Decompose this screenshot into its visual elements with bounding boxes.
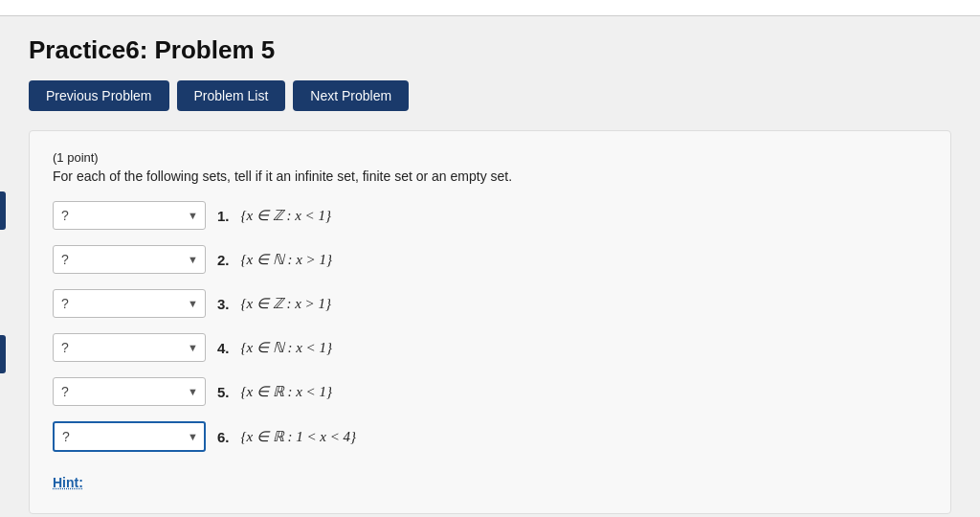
question-math-2: {x ∈ ℕ : x > 1} — [241, 251, 332, 268]
next-problem-button[interactable]: Next Problem — [293, 80, 409, 111]
question-math-6: {x ∈ ℝ : 1 < x < 4} — [241, 428, 357, 445]
dropdown-wrapper-5: ? infinite set finite set empty set ▼ — [53, 377, 206, 406]
dropdown-wrapper-2: ? infinite set finite set empty set ▼ — [53, 245, 206, 274]
dropdown-wrapper-6: ? infinite set finite set empty set ▼ — [53, 421, 206, 452]
question-row-4: ? infinite set finite set empty set ▼ 4.… — [53, 333, 927, 362]
dropdown-5[interactable]: ? infinite set finite set empty set — [53, 377, 206, 406]
question-label-1: 1. — [217, 208, 230, 224]
problem-box: (1 point) For each of the following sets… — [29, 130, 951, 514]
top-bar — [0, 0, 980, 16]
dropdown-6[interactable]: ? infinite set finite set empty set — [53, 421, 206, 452]
question-math-4: {x ∈ ℕ : x < 1} — [241, 339, 332, 356]
dropdown-wrapper-1: ? infinite set finite set empty set ▼ — [53, 201, 206, 230]
question-row-2: ? infinite set finite set empty set ▼ 2.… — [53, 245, 927, 274]
hint-link[interactable]: Hint: — [53, 475, 83, 490]
question-label-6: 6. — [217, 429, 230, 445]
dropdown-1[interactable]: ? infinite set finite set empty set — [53, 201, 206, 230]
problem-points: (1 point) — [53, 150, 927, 165]
prev-problem-button[interactable]: Previous Problem — [29, 80, 169, 111]
question-math-1: {x ∈ ℤ : x < 1} — [241, 207, 331, 224]
page-title: Practice6: Problem 5 — [29, 35, 951, 65]
question-label-5: 5. — [217, 384, 230, 400]
page-container: Practice6: Problem 5 Previous Problem Pr… — [0, 16, 980, 517]
question-row-3: ? infinite set finite set empty set ▼ 3.… — [53, 289, 927, 318]
question-label-2: 2. — [217, 252, 230, 268]
question-row-1: ? infinite set finite set empty set ▼ 1.… — [53, 201, 927, 230]
problem-list-button[interactable]: Problem List — [177, 80, 286, 111]
dropdown-2[interactable]: ? infinite set finite set empty set — [53, 245, 206, 274]
nav-buttons: Previous Problem Problem List Next Probl… — [29, 80, 951, 111]
question-label-4: 4. — [217, 340, 230, 356]
left-tab-1 — [0, 191, 6, 230]
problem-instruction: For each of the following sets, tell if … — [53, 169, 927, 184]
dropdown-3[interactable]: ? infinite set finite set empty set — [53, 289, 206, 318]
dropdown-wrapper-4: ? infinite set finite set empty set ▼ — [53, 333, 206, 362]
question-label-3: 3. — [217, 296, 230, 312]
dropdown-wrapper-3: ? infinite set finite set empty set ▼ — [53, 289, 206, 318]
question-row-6: ? infinite set finite set empty set ▼ 6.… — [53, 421, 927, 452]
question-math-5: {x ∈ ℝ : x < 1} — [241, 383, 332, 400]
dropdown-4[interactable]: ? infinite set finite set empty set — [53, 333, 206, 362]
question-row-5: ? infinite set finite set empty set ▼ 5.… — [53, 377, 927, 406]
question-math-3: {x ∈ ℤ : x > 1} — [241, 295, 331, 312]
left-tab-2 — [0, 335, 6, 373]
